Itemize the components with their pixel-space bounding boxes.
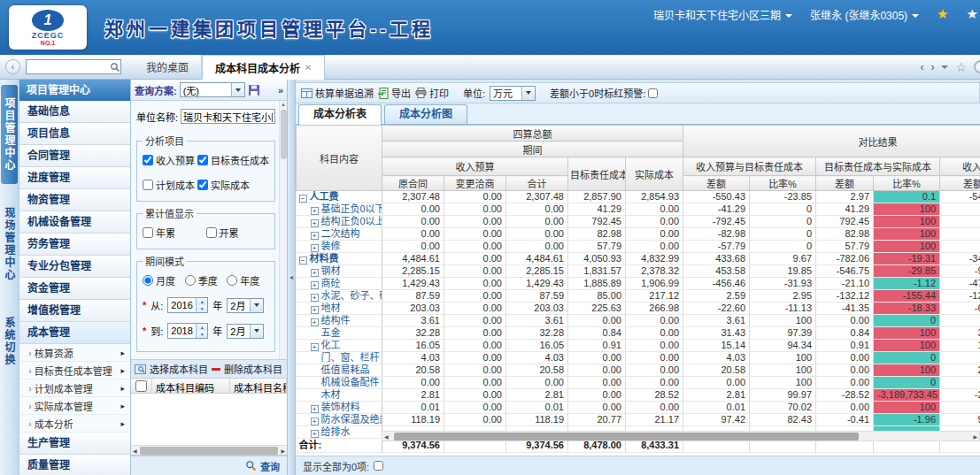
view-tab[interactable]: 成本分析表 bbox=[298, 104, 382, 125]
subject-tree-cell[interactable]: +结构件 bbox=[297, 315, 382, 327]
radio-input[interactable] bbox=[185, 275, 196, 286]
unit-name-input[interactable] bbox=[181, 109, 275, 124]
sidebar-subitem[interactable]: ›核算资源▸ bbox=[19, 344, 130, 362]
doc-tab[interactable]: 我的桌面 bbox=[134, 55, 202, 80]
refresh-icon[interactable] bbox=[974, 60, 980, 73]
tab-scroll-right-icon[interactable]: › bbox=[930, 61, 934, 73]
checkbox-input[interactable] bbox=[197, 180, 208, 190]
print-button[interactable]: 打印 bbox=[415, 86, 449, 100]
expand-node-icon[interactable]: + bbox=[311, 418, 319, 425]
subject-label[interactable]: 结构件 bbox=[321, 315, 351, 326]
scroll-left-icon[interactable]: ◀ bbox=[131, 448, 139, 454]
subject-label[interactable]: 商砼 bbox=[321, 278, 341, 288]
tab-list-dropdown-icon[interactable] bbox=[941, 65, 948, 69]
subject-tree-cell[interactable]: 五金 bbox=[297, 327, 382, 340]
scroll-up-icon[interactable]: ▲ bbox=[281, 101, 286, 109]
subject-label[interactable]: 五金 bbox=[321, 327, 341, 338]
filter-option[interactable]: 实际成本 bbox=[197, 178, 269, 192]
subject-tree-cell[interactable]: +结构正负0以上 bbox=[297, 216, 382, 228]
sidebar-subitem[interactable]: ›成本分析▸ bbox=[19, 415, 130, 433]
filter-option[interactable]: 开累 bbox=[206, 226, 270, 240]
sidebar-item[interactable]: 项目信息 bbox=[19, 123, 130, 145]
subject-label[interactable]: 二次结构 bbox=[321, 228, 360, 239]
subject-tree-cell[interactable]: +防水保温及绝热... bbox=[297, 414, 382, 426]
expand-node-icon[interactable]: + bbox=[311, 405, 319, 413]
checkbox-input[interactable] bbox=[143, 155, 153, 165]
subject-tree-cell[interactable]: +钢材 bbox=[297, 265, 382, 278]
close-icon[interactable]: ✕ bbox=[305, 63, 312, 73]
sidebar-item[interactable]: 合同管理 bbox=[19, 145, 130, 167]
scroll-right-icon[interactable]: ▶ bbox=[279, 448, 287, 454]
project-selector[interactable]: 瑞贝卡和天下住宅小区三期 bbox=[653, 7, 792, 22]
subject-tree-cell[interactable]: 机械设备配件 bbox=[297, 377, 382, 389]
radio-input[interactable] bbox=[143, 275, 153, 286]
sidebar-item[interactable]: 基础信息 bbox=[19, 101, 130, 123]
subject-label[interactable]: 防水保温及绝热... bbox=[321, 414, 382, 425]
period-mode-option[interactable]: 年度 bbox=[227, 273, 269, 287]
subject-label[interactable]: 木材 bbox=[321, 389, 341, 400]
module-strip-item[interactable]: 现场管理中心 bbox=[1, 195, 18, 294]
sidebar-item[interactable]: 生产管理 bbox=[19, 433, 130, 455]
bookmark-star-icon[interactable]: ☆ bbox=[955, 60, 967, 74]
query-scheme-select[interactable]: (无) bbox=[180, 82, 245, 97]
filter-option[interactable]: 收入预算 bbox=[143, 153, 197, 167]
scrollbar-thumb[interactable] bbox=[281, 110, 287, 159]
subject-label[interactable]: 低值易耗品 bbox=[321, 364, 370, 375]
collapse-node-icon[interactable]: − bbox=[299, 195, 307, 203]
subject-tree-cell[interactable]: −人工费 bbox=[297, 191, 382, 203]
back-button[interactable]: ‹ bbox=[5, 59, 20, 74]
expand-node-icon[interactable]: + bbox=[311, 232, 319, 240]
sidebar-item[interactable]: 专业分包管理 bbox=[19, 256, 130, 278]
delete-subject-link[interactable]: 删除成本科目 bbox=[224, 362, 282, 376]
date-from-month-select[interactable]: 2月 bbox=[227, 298, 264, 313]
select-all-checkbox[interactable] bbox=[135, 380, 147, 392]
sidebar-item[interactable]: 增值税管理 bbox=[19, 300, 130, 322]
query-panel-scrollbar[interactable]: ▲ bbox=[279, 101, 287, 359]
scroll-right-icon[interactable]: ▶ bbox=[971, 433, 979, 440]
subject-tree-cell[interactable]: +水泥、砂子、砌... bbox=[297, 290, 382, 303]
date-from-year-stepper[interactable]: 2016▲▼ bbox=[167, 297, 208, 313]
subject-tree-cell[interactable]: −材料费 bbox=[297, 253, 382, 265]
expand-node-icon[interactable]: + bbox=[311, 219, 319, 227]
doc-tab[interactable]: 成本科目成本分析✕ bbox=[202, 55, 325, 80]
subject-tree-cell[interactable]: 木材 bbox=[297, 389, 382, 402]
radio-input[interactable] bbox=[227, 275, 237, 286]
stepper-down-icon[interactable]: ▼ bbox=[197, 305, 207, 312]
filter-option[interactable]: 目标责任成本 bbox=[197, 153, 269, 167]
module-strip-item[interactable]: 系统切换 bbox=[1, 304, 18, 379]
sidebar-subitem[interactable]: ›计划成本管理▸ bbox=[19, 379, 130, 397]
subject-label[interactable]: 材料费 bbox=[310, 253, 339, 264]
secondary-star-icon[interactable]: ★ bbox=[967, 6, 978, 22]
subject-tree-cell[interactable]: +二次结构 bbox=[297, 228, 382, 241]
subject-label[interactable]: 给排水 bbox=[321, 426, 351, 437]
sidebar-item[interactable]: 资金管理 bbox=[19, 278, 130, 300]
sidebar-item[interactable]: 物资管理 bbox=[19, 189, 130, 211]
expand-panel-icon[interactable]: » bbox=[278, 85, 283, 96]
subject-tree-cell[interactable]: 门、窗、栏杆 bbox=[297, 352, 382, 364]
sidebar-header[interactable]: 项目管理中心 bbox=[19, 80, 130, 101]
date-to-month-select[interactable]: 2月 bbox=[227, 324, 264, 339]
subject-label[interactable]: 钢材 bbox=[321, 265, 341, 276]
subject-label[interactable]: 水泥、砂子、砌... bbox=[321, 290, 382, 301]
search-input[interactable] bbox=[27, 61, 110, 73]
stepper-up-icon[interactable]: ▲ bbox=[197, 324, 207, 331]
scroll-left-icon[interactable]: ◀ bbox=[382, 433, 390, 440]
subject-label[interactable]: 装修 bbox=[321, 241, 341, 251]
sidebar-item[interactable]: 质量管理 bbox=[19, 455, 130, 475]
subject-label[interactable]: 地材 bbox=[321, 303, 341, 313]
trace-voucher-button[interactable]: 核算单据追溯 bbox=[301, 86, 374, 100]
panel-collapse-handle[interactable]: ◂ bbox=[288, 80, 296, 475]
expand-node-icon[interactable]: + bbox=[311, 306, 319, 314]
period-mode-option[interactable]: 月度 bbox=[143, 273, 185, 287]
subject-tree-cell[interactable]: +地材 bbox=[297, 303, 382, 315]
select-subject-link[interactable]: 选择成本科目 bbox=[150, 362, 208, 376]
subject-label[interactable]: 人工费 bbox=[310, 191, 339, 202]
expand-node-icon[interactable]: + bbox=[311, 244, 319, 252]
export-button[interactable]: 导出 bbox=[378, 86, 411, 100]
checkbox-input[interactable] bbox=[206, 227, 217, 238]
scrollbar-thumb[interactable] bbox=[140, 447, 279, 455]
subject-label[interactable]: 结构正负0以上 bbox=[321, 216, 382, 226]
subject-tree-cell[interactable]: +装饰材料 bbox=[297, 402, 382, 414]
sidebar-subitem[interactable]: ›实际成本管理▸ bbox=[19, 397, 130, 415]
collapse-node-icon[interactable]: − bbox=[299, 257, 307, 264]
